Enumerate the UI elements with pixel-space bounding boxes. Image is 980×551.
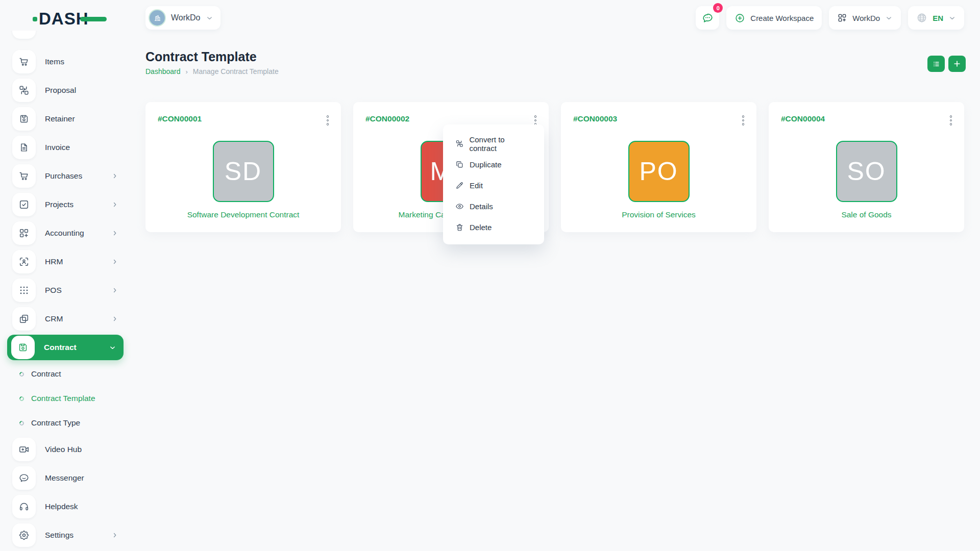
messages-button[interactable]: 0 [696,6,719,30]
headset-icon [18,501,30,512]
kebab-menu-icon[interactable] [326,114,330,127]
template-id-link[interactable]: #CON00004 [781,114,825,123]
breadcrumb-dashboard-link[interactable]: Dashboard [145,67,181,76]
sidebar: Items Proposal Retainer Invoice Purchase… [0,31,131,551]
sidebar-subitem-label: Contract Template [31,394,95,403]
template-avatar[interactable]: SO [836,141,897,202]
template-id-link[interactable]: #CON00001 [158,114,202,123]
bullet-icon [18,395,25,402]
create-workspace-label: Create Workspace [750,14,814,22]
sidebar-item-settings[interactable]: Settings [0,521,131,549]
workspace-avatar [149,9,166,27]
menu-item-details[interactable]: Details [443,196,544,217]
page-title: Contract Template [145,49,257,64]
card-context-menu: Convert to contract Duplicate Edit Detai… [443,124,544,244]
invoice-icon [18,142,30,153]
template-card-grid: #CON00001 SD Software Development Contra… [145,102,964,232]
sidebar-item-label: Helpdesk [45,502,78,511]
chevron-right-icon [111,315,118,322]
template-id-link[interactable]: #CON00003 [573,114,617,123]
sidebar-subitem-contract-type[interactable]: Contract Type [0,411,131,435]
sidebar-item-pos[interactable]: POS [0,276,131,305]
page-actions [927,56,966,72]
workspace-switcher[interactable]: WorkDo [145,6,220,30]
app-logo[interactable]: DASH [33,9,107,29]
create-workspace-button[interactable]: Create Workspace [726,6,822,30]
swap-grid-icon [18,85,30,96]
grid-plus-icon [837,13,847,23]
menu-item-duplicate[interactable]: Duplicate [443,154,544,175]
kebab-menu-icon[interactable] [741,114,746,127]
chevron-right-icon [111,230,118,237]
sidebar-item-video-hub[interactable]: Video Hub [0,435,131,464]
template-name-link[interactable]: Sale of Goods [781,210,952,219]
sidebar-item-accounting[interactable]: Accounting [0,219,131,247]
kebab-menu-icon[interactable] [949,114,953,127]
cart-icon [18,56,30,67]
chevron-right-icon [111,201,118,208]
sidebar-item-label: Messenger [45,473,84,483]
sidebar-item-items[interactable]: Items [0,47,131,76]
template-name-link[interactable]: Software Development Contract [158,210,329,219]
bullet-icon [18,371,25,378]
sidebar-item-invoice[interactable]: Invoice [0,133,131,162]
menu-item-edit[interactable]: Edit [443,175,544,196]
sidebar-item-label: Proposal [45,86,76,95]
breadcrumb: Dashboard › Manage Contract Template [145,67,279,76]
logo-dot [33,17,37,21]
apps-menu-label: WorkDo [852,14,880,22]
sidebar-item-crm[interactable]: CRM [0,305,131,333]
sidebar-item-label: Invoice [45,143,70,152]
save-icon [17,342,29,353]
sidebar-item-retainer[interactable]: Retainer [0,105,131,133]
menu-item-delete[interactable]: Delete [443,217,544,238]
template-avatar[interactable]: SD [213,141,274,202]
list-view-button[interactable] [927,56,945,72]
dots-grid-icon [18,285,30,296]
messages-badge: 0 [713,3,723,13]
globe-icon [916,12,927,23]
sidebar-subitem-contract[interactable]: Contract [0,362,131,386]
template-card: #CON00004 SO Sale of Goods [769,102,964,232]
menu-item-convert-to-contract[interactable]: Convert to contract [443,133,544,154]
details-icon [455,202,464,211]
sidebar-item-hrm[interactable]: HRM [0,247,131,276]
template-id-link[interactable]: #CON00002 [365,114,409,123]
chevron-right-icon [111,172,118,180]
sidebar-subitem-label: Contract [31,369,61,379]
breadcrumb-separator: › [186,68,188,76]
sidebar-item-messenger[interactable]: Messenger [0,464,131,492]
sidebar-subitem-contract-template[interactable]: Contract Template [0,386,131,411]
template-card: #CON00003 PO Provision of Services [561,102,756,232]
chat-icon [18,472,30,484]
template-name-link[interactable]: Provision of Services [573,210,744,219]
sidebar-item-label: Purchases [45,171,82,181]
sidebar-item-label: POS [45,286,62,295]
sidebar-item-label: Projects [45,200,74,209]
save-icon [18,113,30,124]
overlap-squares-icon [18,313,30,324]
top-header: DASH WorkDo 0 Create Workspace WorkDo EN [0,0,980,37]
workspace-name: WorkDo [171,13,201,22]
template-avatar[interactable]: PO [628,141,690,202]
user-scan-icon [18,256,30,267]
sidebar-item-helpdesk[interactable]: Helpdesk [0,492,131,521]
chevron-right-icon [111,532,118,539]
logo-bar [80,17,107,21]
sidebar-item-purchases[interactable]: Purchases [0,162,131,190]
sidebar-item-contract[interactable]: Contract [7,335,124,360]
building-icon [153,13,162,23]
language-code: EN [933,14,943,22]
apps-menu-button[interactable]: WorkDo [829,6,901,30]
chevron-down-icon [885,14,893,22]
sidebar-item-label: CRM [45,314,63,323]
create-template-button[interactable] [948,56,966,72]
sidebar-item-projects[interactable]: Projects [0,190,131,219]
sidebar-scrolled-item-peek [12,31,36,39]
sidebar-item-proposal[interactable]: Proposal [0,76,131,105]
edit-icon [455,181,464,190]
chevron-down-icon [206,14,213,22]
duplicate-icon [455,160,464,169]
check-square-icon [18,199,30,210]
language-menu-button[interactable]: EN [908,6,964,30]
